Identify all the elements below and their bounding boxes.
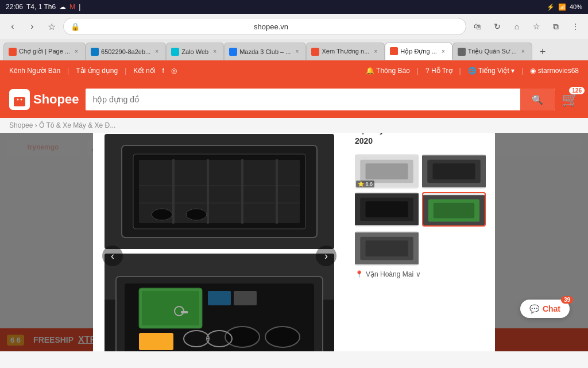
- svg-rect-37: [366, 163, 408, 179]
- tab-label-4: Mazda 3 Club – ...: [239, 48, 291, 55]
- tab-add-button[interactable]: +: [535, 44, 551, 60]
- forward-button[interactable]: ›: [24, 18, 40, 34]
- ket-noi-link[interactable]: Kết nối: [133, 67, 155, 75]
- home-button[interactable]: ⌂: [509, 18, 525, 34]
- thumbnail-1[interactable]: ⭐ 6.6: [355, 154, 419, 189]
- divider-2: |: [125, 67, 126, 75]
- thong-bao-link[interactable]: 🔔 Thông Báo: [366, 67, 410, 75]
- tab-close-3[interactable]: ×: [211, 48, 219, 56]
- shopee-main-bar: Shopee 🔍 🛒 126: [0, 81, 588, 118]
- thumbnail-2[interactable]: [422, 154, 486, 189]
- signal-icon: |: [79, 3, 80, 11]
- shopee-header-left: Kênh Người Bán | Tải ứng dụng | Kết nối …: [9, 67, 177, 75]
- svg-rect-40: [433, 163, 475, 179]
- tabs-bar: Chợ giời | Page ... × 6502290-8a2eb... ×…: [0, 39, 588, 60]
- thumbnail-3[interactable]: [355, 192, 419, 227]
- wifi-icon: 📶: [558, 3, 566, 11]
- divider-1: |: [67, 67, 69, 75]
- back-button[interactable]: ‹: [5, 18, 21, 34]
- tab-label-1: Chợ giời | Page ...: [19, 48, 70, 55]
- svg-rect-33: [208, 291, 231, 305]
- gallery-section: Internal use to film inside the car: [93, 133, 346, 351]
- divider-3: |: [417, 67, 419, 75]
- modal-dialog: Internal use to film inside the car: [93, 133, 495, 351]
- tab-favicon-7: [458, 48, 466, 56]
- gallery-next-button[interactable]: ›: [316, 246, 336, 266]
- tab-label-3: Zalo Web: [181, 48, 208, 55]
- tab-hop-dung[interactable]: Hộp Đựng ... ×: [385, 43, 452, 60]
- shopee-logo-icon: [9, 89, 30, 110]
- user-profile-link[interactable]: ◉ starmovies68: [530, 67, 579, 75]
- language-link[interactable]: 🌐 Tiếng Việt ▾: [468, 67, 514, 75]
- tab-close-7[interactable]: ×: [519, 48, 527, 56]
- tab-chogiai[interactable]: Chợ giời | Page ... ×: [3, 43, 86, 60]
- tab-xem[interactable]: Xem Thương n... ×: [306, 43, 385, 60]
- chat-button[interactable]: 💬 Chat 39: [520, 300, 570, 318]
- menu-button[interactable]: ⋮: [567, 18, 583, 34]
- shopping-icon-btn[interactable]: 🛍: [470, 18, 486, 34]
- tab-close-1[interactable]: ×: [72, 48, 80, 56]
- tab-favicon-3: [171, 48, 179, 56]
- svg-rect-15: [241, 159, 243, 224]
- thumb-rating-1: ⭐ 6.6: [356, 181, 374, 187]
- modal-overlay[interactable]: Internal use to film inside the car: [0, 133, 588, 351]
- status-right: ⚡ 📶 40%: [547, 3, 582, 11]
- tab-label-2: 6502290-8a2eb...: [101, 48, 150, 55]
- tab-close-4[interactable]: ×: [293, 48, 301, 56]
- tab-mazda[interactable]: Mazda 3 Club – ... ×: [224, 43, 306, 60]
- tab-label-7: Triệu Quán Sư ...: [468, 48, 517, 55]
- breadcrumb-category[interactable]: Ô Tô & Xe Máy & Xe Đ...: [39, 121, 115, 129]
- svg-rect-34: [234, 291, 257, 305]
- svg-point-2: [21, 99, 22, 101]
- svg-rect-0: [14, 97, 25, 106]
- refresh-button[interactable]: ↻: [489, 18, 505, 34]
- tabs-button[interactable]: ⧉: [548, 18, 564, 34]
- shopee-header-right: 🔔 Thông Báo | ? Hỗ Trợ | 🌐 Tiếng Việt ▾ …: [366, 67, 579, 75]
- battery-icon: 40%: [570, 3, 582, 10]
- shopee-logo[interactable]: Shopee: [9, 89, 79, 110]
- ho-tro-link[interactable]: ? Hỗ Trợ: [425, 67, 452, 75]
- tai-ung-dung-link[interactable]: Tải ứng dụng: [76, 67, 118, 75]
- tab-zalo[interactable]: Zalo Web ×: [166, 43, 224, 60]
- thumbnail-5[interactable]: [355, 231, 419, 266]
- svg-point-18: [186, 209, 207, 220]
- status-bar: 22:06 T4, 1 Th6 ☁ M | ⚡ 📶 40%: [0, 0, 588, 14]
- status-time: 22:06: [6, 3, 23, 11]
- divider-4: |: [459, 67, 461, 75]
- thumb-svg-5: [355, 231, 419, 266]
- tab-label-6: Hộp Đựng ...: [400, 48, 437, 55]
- browser-chrome: ‹ › ☆ 🔒 shopee.vn 🛍 ↻ ⌂ ☆ ⧉ ⋮ Chợ giời |…: [0, 14, 588, 60]
- gallery-prev-button[interactable]: ‹: [102, 246, 123, 266]
- cloud-icon: ☁: [59, 3, 66, 11]
- search-button[interactable]: 🔍: [520, 89, 555, 110]
- status-left: 22:06 T4, 1 Th6 ☁ M |: [6, 3, 80, 11]
- gallery-images: [105, 134, 334, 351]
- svg-point-27: [265, 327, 300, 347]
- tab-close-2[interactable]: ×: [153, 48, 161, 56]
- thumb-svg-4: [423, 193, 485, 227]
- tab-favicon-1: [9, 48, 17, 56]
- tab-favicon-6: [390, 47, 398, 55]
- tab-trieu-quan[interactable]: Triệu Quán Sư ... ×: [452, 43, 532, 60]
- search-input[interactable]: [86, 95, 520, 104]
- tab-close-5[interactable]: ×: [372, 48, 380, 56]
- svg-rect-43: [366, 201, 408, 217]
- car-box-items-svg: [105, 254, 334, 351]
- kenh-nguoi-ban-link[interactable]: Kênh Người Bán: [9, 67, 60, 75]
- thumb-svg-2: [422, 154, 486, 189]
- breadcrumb-bar: Shopee › Ô Tô & Xe Máy & Xe Đ...: [0, 118, 588, 133]
- star-button[interactable]: ☆: [44, 18, 60, 34]
- cart-button[interactable]: 🛒 126: [562, 91, 579, 108]
- address-bar[interactable]: 🔒 shopee.vn: [63, 18, 466, 35]
- tab-close-6[interactable]: ×: [439, 47, 447, 55]
- svg-rect-16: [276, 159, 278, 224]
- tab-favicon-5: [311, 48, 319, 56]
- thumbnail-4[interactable]: [422, 192, 486, 227]
- instagram-icon: ◎: [171, 67, 177, 75]
- bookmark-button[interactable]: ☆: [528, 18, 544, 34]
- divider-5: |: [521, 67, 523, 75]
- svg-point-17: [152, 209, 172, 220]
- breadcrumb-shopee[interactable]: Shopee: [9, 121, 33, 129]
- tab-6502[interactable]: 6502290-8a2eb... ×: [86, 43, 166, 60]
- search-bar[interactable]: 🔍: [86, 89, 555, 110]
